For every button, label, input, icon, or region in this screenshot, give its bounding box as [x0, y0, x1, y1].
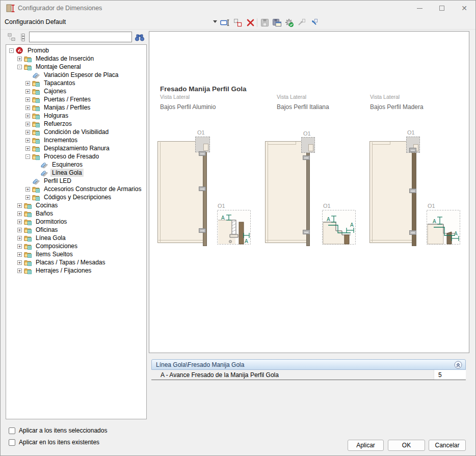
tree-item-label: Placas / Tapas / Mesadas — [34, 258, 107, 266]
tree-item-herrajes-fijaciones[interactable]: +Herrajes / Fijaciones — [6, 266, 146, 275]
copy-config-icon[interactable] — [232, 17, 243, 28]
delete-config-icon[interactable] — [245, 17, 256, 28]
tree-item-promob[interactable]: -Promob — [6, 46, 146, 55]
tree-item-proceso-de-fresado[interactable]: -Proceso de Fresado — [6, 152, 146, 160]
search-binoculars-icon[interactable] — [134, 32, 145, 42]
maximize-button[interactable] — [431, 1, 453, 16]
collapse-icon[interactable]: - — [9, 48, 14, 53]
tree-item-medidas-de-insercion[interactable]: +Medidas de Inserción — [6, 55, 146, 63]
folder-icon — [24, 63, 32, 70]
cancel-button[interactable]: Cancelar — [429, 440, 466, 451]
expand-icon[interactable]: + — [17, 220, 22, 224]
minimize-button[interactable] — [408, 1, 431, 16]
export-config-icon[interactable] — [272, 17, 282, 28]
property-group-title: Línea Gola\Fresado Manija Gola — [152, 361, 244, 368]
property-value-field[interactable]: 5 — [434, 370, 466, 380]
tree-item-linea-gola[interactable]: +Línea Gola — [6, 234, 146, 242]
tree-item-incrementos[interactable]: +Incrementos — [6, 136, 146, 144]
config-dropdown-arrow-icon[interactable] — [213, 20, 217, 23]
tree-item-banos[interactable]: +Baños — [6, 209, 146, 218]
folder-icon — [24, 202, 32, 209]
expand-icon[interactable]: + — [17, 244, 22, 249]
tree-item-label: Códigos y Descripciones — [42, 193, 113, 201]
door-side-view — [265, 141, 308, 243]
expand-icon[interactable]: + — [25, 187, 30, 192]
expand-icon[interactable]: + — [25, 146, 30, 151]
tag-icon — [32, 71, 40, 78]
tree-item-oficinas[interactable]: +Oficinas — [6, 226, 146, 234]
property-label: A - Avance Fresado de la Manija Perfil G… — [151, 371, 434, 379]
tree-item-esquineros[interactable]: Esquineros — [6, 160, 146, 169]
tree-item-cocinas[interactable]: +Cocinas — [6, 201, 146, 209]
expand-icon[interactable]: + — [25, 89, 30, 94]
tree-item-cajones[interactable]: +Cajones — [6, 87, 146, 95]
link-edit-icon[interactable] — [308, 17, 319, 28]
figure-title: Fresado Manija Perfil Gola — [160, 85, 247, 93]
tree-item-codigos-y-descripciones[interactable]: +Códigos y Descripciones — [6, 193, 146, 201]
expand-icon[interactable]: + — [17, 269, 22, 273]
tree-item-label: Tapacantos — [42, 79, 76, 87]
tree-item-montaje-general[interactable]: -Montaje General — [6, 63, 146, 71]
app-icon — [6, 4, 15, 13]
tree-item-desplazamiento-ranura[interactable]: +Desplazamiento Ranura — [6, 144, 146, 152]
close-button[interactable]: ✕ — [453, 1, 475, 16]
expand-icon[interactable]: + — [25, 105, 30, 110]
collapse-group-icon[interactable] — [454, 361, 462, 369]
expand-icon[interactable]: + — [25, 114, 30, 118]
config-selector[interactable]: Configuración Default — [5, 18, 66, 25]
tree-connector — [34, 171, 38, 175]
edit-config-icon[interactable] — [220, 17, 230, 28]
tree-item-holguras[interactable]: +Holguras — [6, 112, 146, 120]
expand-icon[interactable]: + — [25, 97, 30, 102]
tree-item-label: Accesorios Constructor de Armarios — [42, 185, 143, 193]
apply-button[interactable]: Aplicar — [348, 440, 384, 451]
expand-icon[interactable]: + — [25, 138, 30, 143]
tree-item-linea-gola[interactable]: Línea Gola — [6, 169, 146, 177]
tree-item-refuerzos[interactable]: +Refuerzos — [6, 120, 146, 128]
tree-item-accesorios-constructor-de-armarios[interactable]: +Accesorios Constructor de Armarios — [6, 185, 146, 193]
expand-icon[interactable]: + — [17, 252, 22, 257]
link-disabled-icon[interactable] — [296, 17, 307, 28]
tree-item-perfil-led[interactable]: Perfil LED — [6, 177, 146, 185]
folder-icon — [24, 251, 32, 258]
apply-selected-checkbox[interactable] — [9, 427, 15, 434]
collapse-all-icon[interactable] — [7, 32, 17, 42]
view-label: Vista Lateral — [277, 94, 306, 100]
dimension-label-a: A — [221, 215, 225, 221]
tree-item-placas-tapas-mesadas[interactable]: +Placas / Tapas / Mesadas — [6, 258, 146, 266]
tree-item-composiciones[interactable]: +Composiciones — [6, 242, 146, 250]
expand-icon[interactable]: + — [17, 211, 22, 216]
ok-button[interactable]: OK — [388, 440, 425, 451]
tree-item-tapacantos[interactable]: +Tapacantos — [6, 79, 146, 87]
tree-item-condicion-de-visibilidad[interactable]: +Condición de Visibilidad — [6, 128, 146, 136]
collapse-icon[interactable]: - — [25, 154, 30, 159]
diagram-italiana: O1 O1 A — [258, 129, 363, 254]
apply-settings-icon[interactable] — [284, 17, 295, 28]
dimension-label-a: A — [327, 217, 330, 222]
expand-icon[interactable]: + — [17, 228, 22, 232]
expand-icon[interactable]: + — [25, 122, 30, 126]
view-label: Vista Lateral — [370, 94, 400, 100]
expand-icon[interactable]: + — [17, 57, 22, 61]
detail-inset-italiana: A A — [322, 210, 356, 247]
apply-existing-checkbox[interactable] — [9, 439, 15, 446]
tree-item-variacion-espesor-de-placa[interactable]: Variación Espesor de Placa — [6, 71, 146, 79]
tag-icon — [40, 161, 48, 168]
save-config-icon[interactable] — [259, 17, 270, 28]
expand-icon[interactable]: + — [17, 260, 22, 265]
callout-label: O1 — [197, 129, 205, 136]
expand-all-icon[interactable] — [18, 32, 28, 42]
tree-item-puertas-frentes[interactable]: +Puertas / Frentes — [6, 95, 146, 103]
expand-icon[interactable]: + — [25, 130, 30, 135]
collapse-icon[interactable]: - — [17, 65, 22, 69]
expand-icon[interactable]: + — [17, 203, 22, 208]
expand-icon[interactable]: + — [25, 195, 30, 200]
tree-item-dormitorios[interactable]: +Dormitorios — [6, 218, 146, 226]
property-group-header[interactable]: Línea Gola\Fresado Manija Gola — [151, 359, 466, 370]
title-bar: Configurador de Dimensiones ✕ — [1, 1, 475, 16]
tree-item-manijas-perfiles[interactable]: +Manijas / Perfiles — [6, 103, 146, 112]
tree-item-items-sueltos[interactable]: +Ítems Sueltos — [6, 250, 146, 258]
expand-icon[interactable]: + — [25, 81, 30, 86]
search-input[interactable] — [29, 32, 132, 42]
expand-icon[interactable]: + — [17, 236, 22, 240]
